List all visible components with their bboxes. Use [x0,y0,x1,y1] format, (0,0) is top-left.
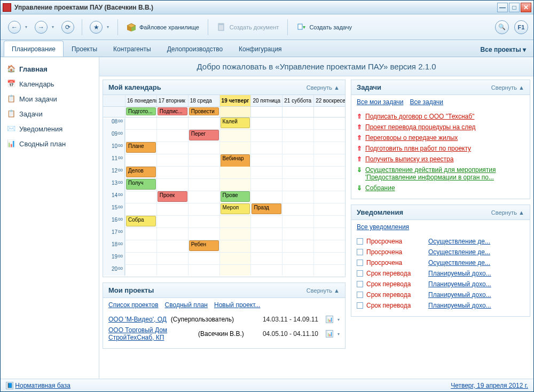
allday-cell[interactable] [219,107,251,117]
calendar-cell[interactable] [250,117,282,130]
forward-history-dropdown[interactable]: ▾ [52,25,57,29]
calendar-cell[interactable] [282,253,313,265]
sidebar-item-2[interactable]: 📋Мои задачи [5,91,95,106]
calendar-cell[interactable]: Проек [156,191,188,203]
chart-icon[interactable]: 📊 [326,330,333,338]
calendar-cell[interactable] [250,253,282,265]
task-link[interactable]: Проект перевода процедуры на след [365,123,476,131]
calendar-cell[interactable] [219,265,251,276]
calendar-cell[interactable] [156,216,188,228]
file-storage-button[interactable]: Файловое хранилище [123,20,202,34]
calendar-cell[interactable] [156,154,188,167]
allday-cell[interactable] [250,107,282,117]
notification-checkbox[interactable] [357,238,363,245]
calendar-cell[interactable] [156,203,188,216]
calendar-cell[interactable]: Перег [188,130,219,142]
calendar-cell[interactable] [282,216,313,228]
collapse-button[interactable]: Свернуть ▲ [307,287,340,294]
task-link[interactable]: Подписать договор с ООО "Техснаб" [365,113,474,120]
calendar-cell[interactable]: Собра [125,216,156,228]
calendar-cell[interactable] [188,154,219,167]
calendar-cell[interactable] [250,216,282,228]
calendar-cell[interactable] [219,142,251,154]
calendar-cell[interactable] [188,117,219,130]
tab-1[interactable]: Проекты [64,41,105,57]
calendar-cell[interactable] [188,142,219,154]
notification-link[interactable]: Планируемый дохо... [428,280,524,288]
project-quick-link[interactable]: Сводный план [165,301,208,309]
notification-checkbox[interactable] [357,281,363,287]
calendar-cell[interactable] [282,203,313,216]
calendar-cell[interactable] [188,203,219,216]
calendar-cell[interactable] [250,179,282,191]
day-header[interactable]: 20 пятница [250,95,282,106]
notification-link[interactable]: Осуществление де... [428,238,524,245]
sidebar-item-3[interactable]: 📋Задачи [5,106,95,121]
date-link[interactable]: Четверг, 19 апреля 2012 г. [451,382,528,389]
task-quick-link[interactable]: Все задачи [410,98,444,106]
calendar-cell[interactable] [313,117,345,130]
calendar-cell[interactable]: Делов [125,167,156,179]
calendar-event[interactable]: Делов [126,167,156,177]
tab-3[interactable]: Делопроизводство [159,41,231,57]
calendar-cell[interactable] [313,203,345,216]
calendar-cell[interactable] [188,253,219,265]
task-link[interactable]: Собрание [365,184,395,192]
calendar-event[interactable]: Проек [158,191,187,202]
sidebar-item-5[interactable]: 📊Сводный план [5,136,95,151]
search-button[interactable]: 🔍 [495,20,509,34]
calendar-cell[interactable]: Калей [219,117,251,130]
project-link[interactable]: ООО Торговый Дом СтройТехСнаб, КП [108,326,194,341]
forward-button[interactable]: → [33,19,50,36]
task-link[interactable]: Осуществление действий для мероприятия '… [365,166,524,181]
calendar-cell[interactable] [282,240,313,253]
tab-4[interactable]: Конфигурация [231,41,290,57]
calendar-cell[interactable]: Вебинар [219,154,251,167]
notification-checkbox[interactable] [357,270,363,277]
create-document-button[interactable]: Создать документ [214,20,282,34]
calendar-cell[interactable] [250,154,282,167]
notification-link[interactable]: Планируемый дохо... [428,302,524,309]
task-quick-link[interactable]: Все мои задачи [357,98,404,106]
tab-0[interactable]: Планирование [4,41,64,57]
calendar-cell[interactable] [219,130,251,142]
calendar-cell[interactable] [313,167,345,179]
calendar-cell[interactable] [188,167,219,179]
calendar-cell[interactable] [250,228,282,240]
day-header[interactable]: 21 суббота [282,95,313,106]
calendar-cell[interactable] [125,240,156,253]
calendar-cell[interactable] [156,142,188,154]
project-quick-link[interactable]: Новый проект... [214,301,260,309]
calendar-cell[interactable]: Празд [250,203,282,216]
calendar-cell[interactable] [188,191,219,203]
calendar-cell[interactable] [313,130,345,142]
calendar-cell[interactable] [125,191,156,203]
calendar-cell[interactable] [188,179,219,191]
normative-base-link[interactable]: Нормативная база [15,382,70,389]
allday-event[interactable]: Подпис... [158,107,187,115]
sidebar-item-4[interactable]: ✉️Уведомления [5,121,95,136]
calendar-cell[interactable] [282,130,313,142]
project-link[interactable]: ООО 'М-Видео', ОД [108,316,167,323]
calendar-cell[interactable] [282,191,313,203]
day-header[interactable]: 16 понедельник [125,95,156,106]
calendar-cell[interactable] [125,228,156,240]
notification-link[interactable]: Планируемый дохо... [428,270,524,277]
calendar-cell[interactable] [313,216,345,228]
minimize-button[interactable]: — [497,3,508,12]
calendar-cell[interactable] [313,142,345,154]
allday-cell[interactable] [313,107,345,117]
calendar-event[interactable]: Мероп [221,203,250,214]
calendar-event[interactable]: Калей [221,117,250,128]
all-projects-dropdown[interactable]: Все проекты ▾ [476,43,530,57]
day-header[interactable]: 17 вторник [156,95,188,106]
calendar-cell[interactable] [125,203,156,216]
chart-icon[interactable]: 📊 [326,316,333,323]
calendar-cell[interactable]: Прове [219,191,251,203]
sidebar-item-1[interactable]: 📅Календарь [5,76,95,91]
calendar-cell[interactable] [125,253,156,265]
notification-checkbox[interactable] [357,292,363,298]
calendar-cell[interactable] [188,216,219,228]
calendar-cell[interactable] [156,240,188,253]
allday-cell[interactable]: Подгото... [125,107,156,117]
